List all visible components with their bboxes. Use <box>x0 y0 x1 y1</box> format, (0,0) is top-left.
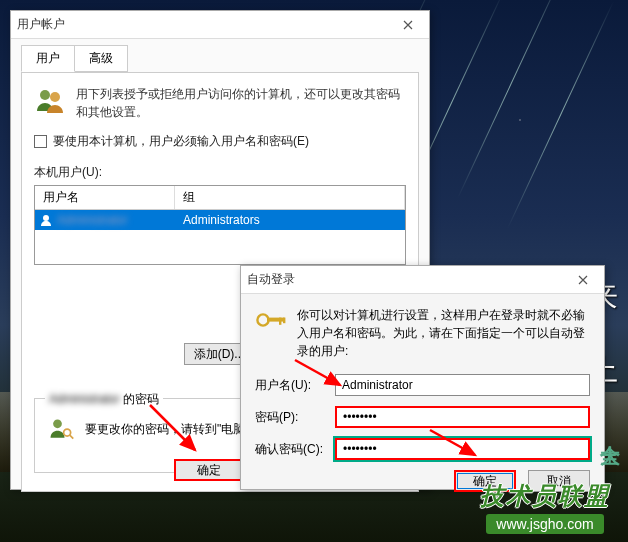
watermark-logo: 技术员联盟 www.jsgho.com <box>480 480 610 534</box>
users-list[interactable]: 用户名 组 Administrator Administrators <box>34 185 406 265</box>
key-icon <box>255 306 287 334</box>
close-button[interactable] <box>393 15 423 35</box>
dialog-title: 自动登录 <box>247 271 568 288</box>
svg-point-3 <box>53 419 62 428</box>
list-label: 本机用户(U): <box>34 164 406 181</box>
password-label: 密码(P): <box>255 409 335 426</box>
svg-point-2 <box>43 215 49 221</box>
close-button[interactable] <box>568 270 598 290</box>
svg-point-0 <box>40 90 50 100</box>
checkbox-label: 要使用本计算机，用户必须输入用户名和密码(E) <box>53 133 309 150</box>
close-icon <box>578 275 588 285</box>
username-input[interactable] <box>335 374 590 396</box>
users-icon <box>34 85 66 117</box>
confirm-password-input[interactable] <box>335 438 590 460</box>
logo-url: www.jsgho.com <box>486 514 603 534</box>
column-group[interactable]: 组 <box>175 186 405 209</box>
dialog-intro: 你可以对计算机进行设置，这样用户在登录时就不必输入用户名和密码。为此，请在下面指… <box>297 306 590 360</box>
password-input[interactable] <box>335 406 590 428</box>
column-username[interactable]: 用户名 <box>35 186 175 209</box>
user-row-icon <box>39 213 53 227</box>
svg-point-5 <box>257 314 268 325</box>
close-icon <box>403 20 413 30</box>
tab-users[interactable]: 用户 <box>21 45 75 72</box>
svg-point-1 <box>50 92 60 102</box>
titlebar: 用户帐户 <box>11 11 429 39</box>
auto-login-dialog: 自动登录 你可以对计算机进行设置，这样用户在登录时就不必输入用户名和密码。为此，… <box>240 265 605 490</box>
svg-rect-6 <box>267 318 285 322</box>
list-row[interactable]: Administrator Administrators <box>35 210 405 230</box>
groupbox-label: Administrator 的密码 <box>45 391 163 408</box>
list-header: 用户名 组 <box>35 186 405 210</box>
row-group: Administrators <box>175 213 405 227</box>
ok-button[interactable]: 确定 <box>174 459 244 481</box>
svg-point-4 <box>64 429 71 436</box>
username-label: 用户名(U): <box>255 377 335 394</box>
user-key-icon <box>47 415 75 443</box>
logo-text: 技术员联盟 <box>480 480 610 512</box>
intro-text: 用下列表授予或拒绝用户访问你的计算机，还可以更改其密码和其他设置。 <box>76 85 406 121</box>
row-username: Administrator <box>57 213 128 227</box>
confirm-label: 确认密码(C): <box>255 441 335 458</box>
tab-strip: 用户 高级 <box>11 39 429 72</box>
tab-advanced[interactable]: 高级 <box>74 45 128 72</box>
window-title: 用户帐户 <box>17 16 393 33</box>
require-password-checkbox[interactable] <box>34 135 47 148</box>
svg-rect-7 <box>279 318 281 325</box>
svg-rect-8 <box>283 318 285 324</box>
titlebar: 自动登录 <box>241 266 604 294</box>
